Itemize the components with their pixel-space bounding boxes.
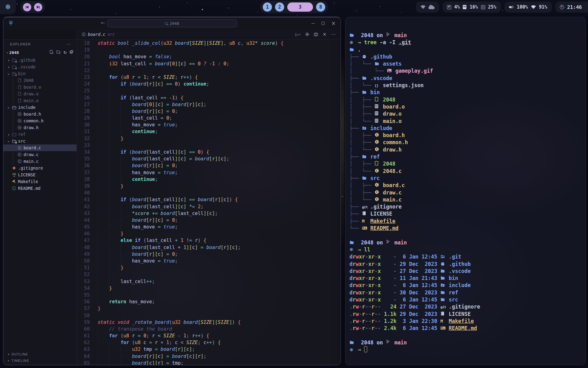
explorer-item-bin[interactable]: ›bin <box>3 70 77 77</box>
line-number: 51 <box>77 264 90 271</box>
book-icon <box>440 311 446 318</box>
terminal-line: ├── M Makefile <box>349 218 585 225</box>
terminal-output: 2048 on main❄ → tree -a -I .git .├── .gi… <box>349 32 585 353</box>
settings-gear-icon[interactable] <box>305 32 309 36</box>
line-number: 52 <box>77 271 90 278</box>
explorer-more-icon[interactable]: ⋯ <box>66 42 71 47</box>
braces-icon: {} <box>375 82 380 89</box>
line-number: 49 <box>77 251 90 258</box>
explorer-item-.gitignore[interactable]: .gitignore <box>3 165 77 171</box>
new-folder-icon[interactable] <box>56 50 61 55</box>
code-text: // transpose the board <box>90 326 172 332</box>
workspace-8[interactable]: 8 <box>316 2 325 12</box>
more-actions-icon[interactable]: ⋯ <box>331 32 336 37</box>
code-text <box>90 190 121 196</box>
explorer-item-include[interactable]: ›include <box>3 104 77 111</box>
code-editor[interactable]: 18static bool _slide_col(u32 board[SIZE]… <box>77 40 341 365</box>
folder-t-icon <box>362 89 367 96</box>
git-diamond-icon <box>11 166 17 170</box>
panel-label: TIMELINE <box>12 359 29 362</box>
outline-panel[interactable]: › OUTLINE <box>3 351 77 357</box>
terminal-line: drwxr-xr-x - 27 Dec 2023 .vscode <box>349 268 585 275</box>
explorer-item-README.md[interactable]: ⓘREADME.md <box>3 185 77 192</box>
explorer-root[interactable]: › 2048 ↻ <box>3 49 77 56</box>
code-text: board[last_cell][c] = board[r][c]; <box>90 155 229 162</box>
terminal-window[interactable]: 2048 on main❄ → tree -a -I .git .├── .gi… <box>345 17 586 365</box>
code-text: } <box>90 285 112 292</box>
explorer-item-LICENSE[interactable]: LICENSE <box>3 171 77 178</box>
nixos-logo-icon: ❄ <box>5 3 11 11</box>
line-number: 18 <box>77 40 90 47</box>
terminal-line: .rw-r--r-- 24 27 Dec 2023 git .gitignore <box>349 303 585 310</box>
media-next-button[interactable] <box>34 3 42 11</box>
svg-text:C: C <box>376 148 378 151</box>
code-line: 29 last_cell = 0; <box>77 115 341 121</box>
terminal-line: 2048 on main <box>349 339 585 346</box>
code-line: 57} <box>77 305 341 312</box>
explorer-item-main.c[interactable]: Ⓒmain.c <box>3 158 77 165</box>
run-code-icon[interactable]: ▷∨ <box>296 32 301 37</box>
terminal-line: │ └── main.o <box>349 118 585 125</box>
command-center-search[interactable]: 2048 <box>107 19 237 27</box>
explorer-item-.github[interactable]: ›.github <box>3 57 77 63</box>
md-icon <box>440 325 446 332</box>
explorer-item-label: .gitignore <box>18 166 43 171</box>
code-line: 27 board[0][c] = board[r][c]; <box>77 101 341 108</box>
explorer-item-2048[interactable]: 2048 <box>3 77 77 84</box>
chevron-down-icon: › <box>5 52 10 53</box>
chevron-down-icon: › <box>6 105 11 110</box>
collapse-all-icon[interactable] <box>70 50 74 55</box>
explorer-item-Makefile[interactable]: Makefile <box>3 178 77 185</box>
disk-icon <box>481 5 485 9</box>
line-number: 54 <box>77 285 90 292</box>
c-circle-icon: Ⓒ <box>17 153 22 157</box>
terminal-line: drwxr-xr-x - 6 Jan 12:45 src <box>349 296 585 303</box>
exec-icon <box>375 160 380 167</box>
nav-back-icon[interactable]: ← <box>101 20 105 26</box>
explorer-item-main.o[interactable]: main.o <box>3 97 77 104</box>
folder-t-icon <box>440 296 446 303</box>
code-text: board[r][c] = 0; <box>90 108 178 115</box>
media-prev-button[interactable] <box>23 3 31 11</box>
line-number: 45 <box>77 224 90 230</box>
close-editor-icon[interactable]: × <box>322 32 326 37</box>
svg-text:C: C <box>376 198 378 201</box>
maximize-button[interactable] <box>322 22 325 25</box>
close-button[interactable]: × <box>331 21 336 26</box>
explorer-item-board.c[interactable]: Ⓒboard.c <box>3 144 77 151</box>
code-line: 24 if (board[r][c] == 0) continue; <box>77 81 341 87</box>
code-line: 42 board[last_cell][c] *= 2; <box>77 203 341 210</box>
code-line: 48 board[last_cell + 1][c] = board[r][c]… <box>77 244 341 251</box>
explorer-item-common.h[interactable]: Ⓗcommon.h <box>3 117 77 124</box>
explorer-item-label: Makefile <box>18 179 38 184</box>
refresh-icon[interactable]: ↻ <box>63 50 67 55</box>
explorer-item-draw.h[interactable]: Ⓗdraw.h <box>3 124 77 131</box>
explorer-item-draw.o[interactable]: draw.o <box>3 90 77 97</box>
workspace-1[interactable]: 1 <box>263 2 272 12</box>
split-editor-icon[interactable] <box>314 33 318 36</box>
line-number: 30 <box>77 121 90 128</box>
minimize-button[interactable] <box>311 23 315 24</box>
code-line: 64 board[r][c] = board[c][r]; <box>77 353 341 360</box>
code-line: 20 bool has_move = false; <box>77 53 341 60</box>
workspace-3[interactable]: 3 <box>287 2 313 12</box>
folder-gear-icon <box>440 282 446 289</box>
line-number: 62 <box>77 339 90 346</box>
explorer-item-board.h[interactable]: Ⓗboard.h <box>3 111 77 117</box>
tab-board-c[interactable]: Ⓒ board.c src <box>82 32 115 37</box>
explorer-item-draw.c[interactable]: Ⓒdraw.c <box>3 151 77 158</box>
folder-t-icon <box>362 75 367 82</box>
timeline-panel[interactable]: › TIMELINE <box>3 357 77 364</box>
explorer-item-.vscode[interactable]: ›.vscode <box>3 63 77 70</box>
explorer-item-ref[interactable]: ›ref <box>3 131 77 138</box>
terminal-line: ❄ → ll <box>349 246 585 253</box>
new-file-icon[interactable] <box>50 50 54 55</box>
code-text: else if (last_cell + 1 != r) { <box>90 237 206 244</box>
launcher-button[interactable]: ❄ <box>0 0 16 14</box>
terminal-line: │ └── C 2048.c <box>349 168 585 175</box>
editor-titlebar[interactable]: ← → 2048 × <box>3 17 341 29</box>
explorer-item-src[interactable]: ›src <box>3 138 77 144</box>
folder-o-icon <box>11 58 17 62</box>
workspace-2[interactable]: 2 <box>275 2 284 12</box>
explorer-item-board.o[interactable]: board.o <box>3 84 77 90</box>
